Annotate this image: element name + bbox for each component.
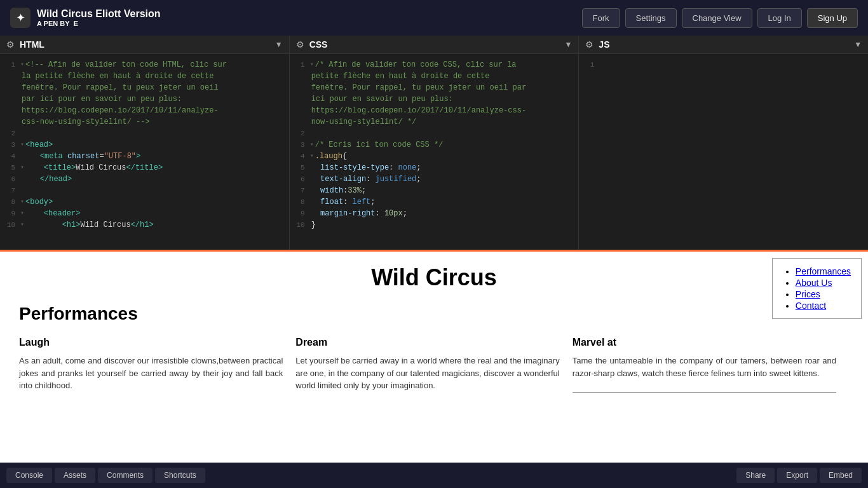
- code-line: fenêtre. Pour rappel, tu peux jeter un o…: [290, 82, 579, 93]
- code-line: 7: [0, 185, 289, 196]
- code-line: 6 text-align: justified;: [290, 173, 579, 185]
- preview-col-laugh: Laugh As an adult, come and discover our…: [19, 337, 295, 393]
- login-button[interactable]: Log In: [757, 8, 802, 28]
- code-line: 8▾<body>: [0, 196, 289, 208]
- pen-title: Wild Circus Eliott Version: [37, 8, 161, 20]
- gear-icon: ⚙: [296, 39, 304, 50]
- preview-content: Wild Circus Performances Laugh As an adu…: [0, 252, 868, 463]
- code-line: 2: [290, 128, 579, 139]
- gear-icon: ⚙: [6, 39, 15, 50]
- nav-item-performances: Performances: [796, 266, 851, 276]
- code-line: 6 </head>: [0, 173, 289, 185]
- export-button[interactable]: Export: [777, 468, 817, 483]
- nav-item-contact: Contact: [796, 301, 851, 311]
- code-line: 2: [0, 128, 289, 139]
- col-text-laugh: As an adult, come and discover our irres…: [19, 355, 283, 392]
- col-title-laugh: Laugh: [19, 337, 283, 348]
- logo-icon: ✦: [10, 8, 31, 28]
- code-line: now-using-stylelint/ */: [290, 116, 579, 128]
- col-title-marvel: Marvel at: [573, 337, 836, 348]
- css-dropdown-icon[interactable]: ▼: [564, 40, 572, 49]
- embed-button[interactable]: Embed: [820, 468, 862, 483]
- html-editor-content[interactable]: 1▾<!-- Afin de valider ton code HTML, cl…: [0, 54, 289, 250]
- js-editor-content[interactable]: 1: [579, 54, 868, 250]
- code-line: 3▾/* Ecris ici ton code CSS */: [290, 139, 579, 151]
- code-line: 1: [579, 59, 868, 71]
- code-line: 4▾.laugh{: [290, 151, 579, 162]
- code-line: https://blog.codepen.io/2017/10/11/analy…: [0, 105, 289, 116]
- css-panel: ⚙ CSS ▼ 1▾/* Afin de valider ton code CS…: [290, 36, 580, 250]
- preview-title: Wild Circus: [19, 264, 849, 291]
- preview-area: Wild Circus Performances Laugh As an adu…: [0, 252, 868, 463]
- html-dropdown-icon[interactable]: ▼: [275, 40, 283, 49]
- code-line: 4 <meta charset="UTF-8">: [0, 151, 289, 162]
- html-lang-label: HTML: [20, 39, 44, 50]
- code-line: 1▾<!-- Afin de valider ton code HTML, cl…: [0, 59, 289, 71]
- fork-button[interactable]: Fork: [582, 8, 620, 28]
- nav-item-aboutus: About Us: [796, 278, 851, 288]
- preview-divider: [573, 392, 836, 393]
- code-line: fenêtre. Pour rappel, tu peux jeter un o…: [0, 82, 289, 93]
- nav-item-prices: Prices: [796, 289, 851, 299]
- bottom-bar: Console Assets Comments Shortcuts Share …: [0, 463, 868, 488]
- settings-button[interactable]: Settings: [625, 8, 677, 28]
- preview-section-title: Performances: [19, 304, 849, 324]
- pen-author: A PEN BY E: [37, 20, 161, 27]
- nav-link-performances[interactable]: Performances: [796, 266, 851, 276]
- code-line: 9▾ <header>: [0, 208, 289, 219]
- nav-link-contact[interactable]: Contact: [796, 301, 826, 311]
- bottom-left-buttons: Console Assets Comments Shortcuts: [6, 468, 205, 483]
- change-view-button[interactable]: Change View: [682, 8, 752, 28]
- code-line: petite flèche en haut à droite de cette: [290, 71, 579, 82]
- code-line: ici pour en savoir un peu plus:: [290, 93, 579, 105]
- code-line: 8 float: left;: [290, 196, 579, 208]
- code-line: 9 margin-right: 10px;: [290, 208, 579, 219]
- js-panel: ⚙ JS ▼ 1: [579, 36, 868, 250]
- preview-col-dream: Dream Let yourself be carried away in a …: [295, 337, 572, 393]
- console-button[interactable]: Console: [6, 468, 52, 483]
- gear-icon: ⚙: [585, 39, 593, 50]
- col-text-dream: Let yourself be carried away in a world …: [295, 355, 559, 392]
- logo-area: ✦ Wild Circus Eliott Version A PEN BY E: [10, 8, 582, 28]
- code-line: par ici pour en savoir un peu plus:: [0, 93, 289, 105]
- top-buttons: Fork Settings Change View Log In Sign Up: [582, 8, 858, 28]
- js-lang-label: JS: [599, 39, 609, 50]
- code-line: 7 width:33%;: [290, 185, 579, 196]
- assets-button[interactable]: Assets: [55, 468, 95, 483]
- code-line: 10▾ <h1>Wild Circus</h1>: [0, 219, 289, 231]
- js-dropdown-icon[interactable]: ▼: [854, 40, 862, 49]
- col-title-dream: Dream: [295, 337, 559, 348]
- top-bar: ✦ Wild Circus Eliott Version A PEN BY E …: [0, 0, 868, 36]
- js-header: ⚙ JS ▼: [579, 36, 868, 54]
- nav-list: Performances About Us Prices Contact: [783, 266, 851, 311]
- code-line: https://blog.codepen.io/2017/10/11/analy…: [290, 105, 579, 116]
- comments-button[interactable]: Comments: [98, 468, 153, 483]
- css-header: ⚙ CSS ▼: [290, 36, 579, 54]
- html-header: ⚙ HTML ▼: [0, 36, 289, 54]
- html-panel: ⚙ HTML ▼ 1▾<!-- Afin de valider ton code…: [0, 36, 290, 250]
- col-text-marvel: Tame the untameable in the company of ou…: [573, 355, 836, 379]
- code-line: 5▾ <title>Wild Circus</title>: [0, 162, 289, 173]
- css-lang-label: CSS: [309, 39, 328, 50]
- shortcuts-button[interactable]: Shortcuts: [155, 468, 205, 483]
- css-editor-content[interactable]: 1▾/* Afin de valider ton code CSS, clic …: [290, 54, 579, 250]
- nav-link-aboutus[interactable]: About Us: [796, 278, 832, 288]
- preview-columns: Laugh As an adult, come and discover our…: [19, 337, 849, 393]
- code-line: 5 list-style-type: none;: [290, 162, 579, 173]
- bottom-right-buttons: Share Export Embed: [736, 468, 862, 483]
- editor-area: ⚙ HTML ▼ 1▾<!-- Afin de valider ton code…: [0, 36, 868, 252]
- signup-button[interactable]: Sign Up: [807, 8, 858, 28]
- preview-nav: Performances About Us Prices Contact: [772, 258, 862, 319]
- nav-link-prices[interactable]: Prices: [796, 289, 820, 299]
- code-line: 1▾/* Afin de valider ton code CSS, clic …: [290, 59, 579, 71]
- share-button[interactable]: Share: [736, 468, 775, 483]
- preview-col-marvel: Marvel at Tame the untameable in the com…: [573, 337, 849, 393]
- code-line: 3▾<head>: [0, 139, 289, 151]
- code-line: css-now-using-stylelint/ -->: [0, 116, 289, 128]
- code-line: la petite flèche en haut à droite de cet…: [0, 71, 289, 82]
- logo-text: Wild Circus Eliott Version A PEN BY E: [37, 8, 161, 27]
- code-line: 10}: [290, 219, 579, 231]
